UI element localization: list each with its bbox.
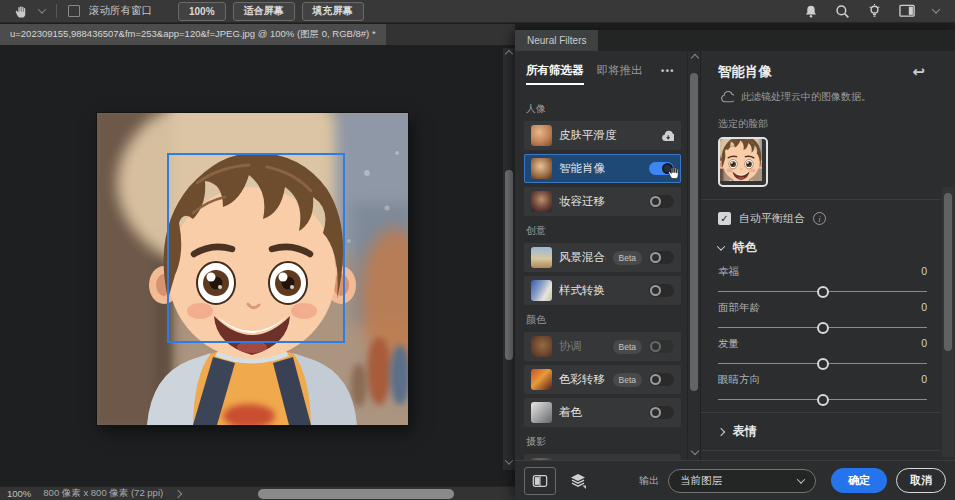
filter-tabs: 所有筛选器 即将推出 •••: [524, 60, 687, 94]
toggle-color-transfer[interactable]: [649, 373, 674, 386]
group-title-photography: 摄影: [526, 435, 687, 449]
beta-badge: Beta: [613, 340, 643, 354]
hand-tool-chevron-icon[interactable]: [38, 5, 46, 13]
group-title-portrait: 人像: [526, 102, 687, 116]
scroll-down-arrow-icon[interactable]: [691, 447, 699, 455]
slider-knob[interactable]: [817, 358, 829, 370]
output-dropdown[interactable]: 当前图层: [668, 469, 816, 493]
beta-badge: Beta: [613, 373, 643, 387]
selected-face-thumbnail[interactable]: [718, 137, 768, 187]
slider-track[interactable]: [718, 327, 927, 328]
preview-split-button[interactable]: [524, 467, 556, 495]
group-title-creative: 创意: [526, 224, 687, 238]
filter-row-color-transfer[interactable]: 色彩转移 Beta: [524, 365, 681, 394]
chevron-down-icon: [717, 242, 725, 250]
auto-balance-label: 自动平衡组合: [739, 211, 805, 226]
slider-knob[interactable]: [817, 394, 829, 406]
filter-row-colorize[interactable]: 着色: [524, 398, 681, 427]
scroll-all-windows-label: 滚动所有窗口: [89, 4, 152, 18]
toggle-landscape-mixer[interactable]: [649, 251, 674, 264]
workspace-chevron-icon[interactable]: [932, 5, 940, 13]
expression-section-header[interactable]: 表情: [718, 413, 927, 450]
document-horizontal-scrollbar[interactable]: [258, 489, 454, 499]
slider-knob[interactable]: [817, 322, 829, 334]
layers-icon[interactable]: [565, 468, 591, 494]
featured-section-header[interactable]: 特色: [718, 239, 927, 256]
face-detection-box[interactable]: [167, 153, 345, 343]
cloud-download-icon[interactable]: [659, 130, 674, 142]
chevron-down-icon: [797, 475, 805, 483]
toggle-harmonization[interactable]: [649, 340, 674, 353]
panel-menu-icon[interactable]: •••: [661, 66, 675, 76]
slider-value: 0: [921, 337, 927, 351]
filter-thumbnail: [531, 280, 552, 301]
status-bar: 100% 800 像素 x 800 像素 (72 ppi): [0, 486, 515, 500]
slider-track[interactable]: [718, 363, 927, 364]
slider-value: 0: [921, 301, 927, 315]
cloud-processing-note: 此滤镜处理云中的图像数据。: [741, 90, 871, 104]
search-icon[interactable]: [835, 4, 850, 19]
document-tab[interactable]: u=202309155,988436507&fm=253&app=120&f=J…: [0, 24, 386, 45]
beta-badge: Beta: [613, 251, 643, 265]
fit-screen-button[interactable]: 适合屏幕: [233, 2, 295, 21]
neural-filters-dialog: Neural Filters 所有筛选器 即将推出 ••• 人像 皮肤平滑度 智…: [515, 30, 955, 500]
bell-icon[interactable]: [804, 4, 818, 19]
filter-row-landscape-mixer[interactable]: 风景混合器 Beta: [524, 243, 681, 272]
reset-icon[interactable]: ↩: [912, 65, 925, 79]
status-chevron-icon[interactable]: [174, 489, 182, 497]
scrollbar-thumb[interactable]: [690, 73, 698, 391]
filter-thumbnail: [531, 247, 552, 268]
group-title-color: 颜色: [526, 313, 687, 327]
info-icon[interactable]: [813, 212, 826, 225]
scrollbar-thumb[interactable]: [258, 489, 454, 499]
filter-row-style-transfer[interactable]: 样式转换: [524, 276, 681, 305]
slider-value: 0: [921, 373, 927, 387]
scrollbar-thumb[interactable]: [944, 193, 952, 351]
scroll-up-arrow-icon[interactable]: [505, 50, 513, 58]
divider: [56, 4, 57, 18]
toggle-makeup-transfer[interactable]: [649, 195, 674, 208]
ok-button[interactable]: 确定: [831, 468, 887, 493]
chevron-right-icon: [717, 427, 725, 435]
scroll-all-windows-checkbox[interactable]: [68, 5, 80, 17]
slider-knob[interactable]: [817, 286, 829, 298]
fill-screen-button[interactable]: 填充屏幕: [302, 2, 364, 21]
slider-facial-age: 面部年龄0: [718, 301, 927, 328]
status-dimensions: 800 像素 x 800 像素 (72 ppi): [43, 487, 163, 500]
selected-face-label: 选定的脸部: [718, 117, 927, 131]
lightbulb-icon[interactable]: [867, 4, 882, 19]
toggle-style-transfer[interactable]: [649, 284, 674, 297]
workspace-icon[interactable]: [899, 4, 916, 18]
scroll-down-arrow-icon[interactable]: [505, 456, 513, 464]
filter-row-skin-smoothing[interactable]: 皮肤平滑度: [524, 121, 681, 150]
cancel-button[interactable]: 取消: [896, 468, 946, 493]
tab-all-filters[interactable]: 所有筛选器: [526, 63, 584, 85]
filter-row-makeup-transfer[interactable]: 妆容迁移: [524, 187, 681, 216]
slider-eye-direction: 眼睛方向0: [718, 373, 927, 400]
slider-track[interactable]: [718, 399, 927, 400]
filter-list: 所有筛选器 即将推出 ••• 人像 皮肤平滑度 智能肖像: [515, 51, 687, 460]
canvas-image[interactable]: [97, 113, 408, 425]
filter-thumbnail: [531, 336, 552, 357]
slider-value: 0: [921, 265, 927, 279]
tab-coming-soon[interactable]: 即将推出: [597, 63, 643, 78]
zoom-100-button[interactable]: 100%: [178, 2, 226, 21]
toggle-colorize[interactable]: [649, 406, 674, 419]
scroll-up-arrow-icon[interactable]: [691, 54, 699, 62]
filter-list-scrollbar[interactable]: [687, 51, 700, 460]
panel-title: 智能肖像: [718, 63, 772, 81]
filter-row-harmonization[interactable]: 协调 Beta: [524, 332, 681, 361]
document-canvas-area: 100% 800 像素 x 800 像素 (72 ppi): [0, 45, 515, 500]
document-vertical-scrollbar[interactable]: [503, 48, 515, 470]
settings-scrollbar[interactable]: [942, 187, 954, 457]
scrollbar-thumb[interactable]: [505, 170, 513, 360]
global-section-header[interactable]: 全局: [718, 451, 927, 460]
status-zoom-field[interactable]: 100%: [7, 488, 31, 499]
neural-filters-title-tab[interactable]: Neural Filters: [515, 30, 598, 51]
filter-thumbnail: [531, 158, 552, 179]
filter-row-smart-portrait[interactable]: 智能肖像: [524, 154, 681, 183]
hand-tool-icon[interactable]: [10, 2, 32, 20]
document-tab-title: u=202309155,988436507&fm=253&app=120&f=J…: [10, 28, 376, 41]
auto-balance-checkbox[interactable]: [718, 212, 731, 225]
slider-track[interactable]: [718, 291, 927, 292]
